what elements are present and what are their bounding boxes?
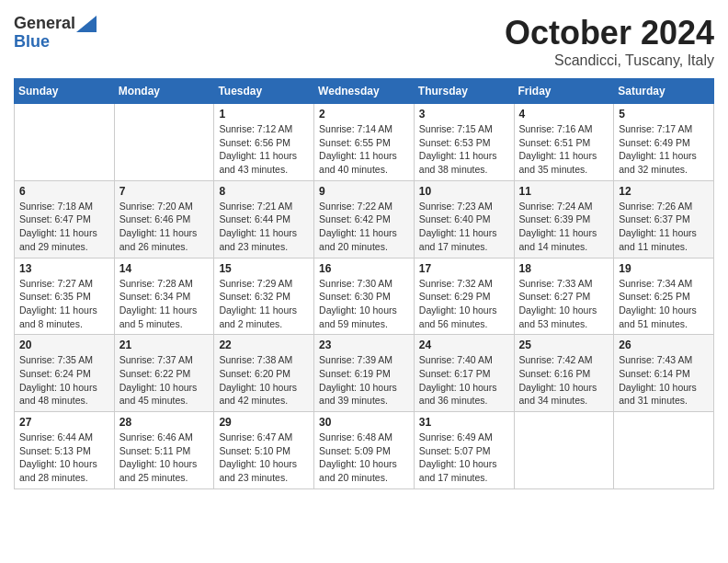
cell-info: Sunrise: 7:40 AMSunset: 6:17 PMDaylight:… <box>419 354 497 406</box>
day-number: 6 <box>19 185 109 198</box>
header: General Blue October 2024 Scandicci, Tus… <box>14 14 714 69</box>
day-number: 9 <box>319 185 409 198</box>
cell-info: Sunrise: 6:46 AMSunset: 5:11 PMDaylight:… <box>119 431 198 483</box>
day-number: 11 <box>519 185 609 198</box>
cell-info: Sunrise: 7:16 AMSunset: 6:51 PMDaylight:… <box>519 123 597 175</box>
calendar-cell: 18Sunrise: 7:33 AMSunset: 6:27 PMDayligh… <box>514 258 614 335</box>
cell-info: Sunrise: 7:12 AMSunset: 6:56 PMDaylight:… <box>219 123 297 175</box>
calendar-body: 1Sunrise: 7:12 AMSunset: 6:56 PMDaylight… <box>15 104 714 489</box>
day-number: 26 <box>619 339 709 351</box>
day-number: 3 <box>419 108 509 121</box>
cell-info: Sunrise: 7:28 AMSunset: 6:34 PMDaylight:… <box>119 278 198 329</box>
calendar-cell: 30Sunrise: 6:48 AMSunset: 5:09 PMDayligh… <box>314 412 415 489</box>
calendar-cell: 1Sunrise: 7:12 AMSunset: 6:56 PMDaylight… <box>214 104 314 181</box>
calendar-cell: 12Sunrise: 7:26 AMSunset: 6:37 PMDayligh… <box>614 180 714 258</box>
cell-info: Sunrise: 7:39 AMSunset: 6:19 PMDaylight:… <box>319 354 397 406</box>
calendar-week-row: 20Sunrise: 7:35 AMSunset: 6:24 PMDayligh… <box>15 335 714 412</box>
cell-info: Sunrise: 7:37 AMSunset: 6:22 PMDaylight:… <box>119 354 198 406</box>
calendar-cell: 15Sunrise: 7:29 AMSunset: 6:32 PMDayligh… <box>214 258 314 335</box>
cell-info: Sunrise: 6:47 AMSunset: 5:10 PMDaylight:… <box>219 431 297 483</box>
cell-info: Sunrise: 6:48 AMSunset: 5:09 PMDaylight:… <box>319 431 397 483</box>
weekday-header-cell: Friday <box>514 79 614 104</box>
day-number: 8 <box>219 185 309 198</box>
day-number: 27 <box>19 416 109 429</box>
day-number: 4 <box>519 108 609 121</box>
day-number: 16 <box>319 262 409 275</box>
day-number: 30 <box>319 416 409 429</box>
cell-info: Sunrise: 7:29 AMSunset: 6:32 PMDaylight:… <box>219 278 297 329</box>
calendar-cell: 20Sunrise: 7:35 AMSunset: 6:24 PMDayligh… <box>15 335 115 412</box>
day-number: 18 <box>519 262 609 275</box>
calendar-cell: 8Sunrise: 7:21 AMSunset: 6:44 PMDaylight… <box>214 180 314 258</box>
calendar-week-row: 13Sunrise: 7:27 AMSunset: 6:35 PMDayligh… <box>15 258 714 335</box>
calendar-cell <box>614 412 714 489</box>
calendar-header-row: SundayMondayTuesdayWednesdayThursdayFrid… <box>15 79 714 104</box>
day-number: 17 <box>419 262 509 275</box>
day-number: 14 <box>119 262 210 275</box>
calendar-cell <box>514 412 614 489</box>
calendar-cell: 21Sunrise: 7:37 AMSunset: 6:22 PMDayligh… <box>114 335 214 412</box>
calendar-cell: 2Sunrise: 7:14 AMSunset: 6:55 PMDaylight… <box>314 104 415 181</box>
calendar-week-row: 1Sunrise: 7:12 AMSunset: 6:56 PMDaylight… <box>15 104 714 181</box>
calendar-cell: 16Sunrise: 7:30 AMSunset: 6:30 PMDayligh… <box>314 258 415 335</box>
location: Scandicci, Tuscany, Italy <box>505 52 714 69</box>
calendar-cell: 9Sunrise: 7:22 AMSunset: 6:42 PMDaylight… <box>314 180 415 258</box>
day-number: 25 <box>519 339 609 351</box>
cell-info: Sunrise: 7:38 AMSunset: 6:20 PMDaylight:… <box>219 354 297 406</box>
day-number: 1 <box>219 108 309 121</box>
cell-info: Sunrise: 7:22 AMSunset: 6:42 PMDaylight:… <box>319 201 397 252</box>
day-number: 24 <box>419 339 509 351</box>
calendar-cell: 3Sunrise: 7:15 AMSunset: 6:53 PMDaylight… <box>414 104 514 181</box>
day-number: 10 <box>419 185 509 198</box>
cell-info: Sunrise: 6:44 AMSunset: 5:13 PMDaylight:… <box>19 431 97 483</box>
cell-info: Sunrise: 7:23 AMSunset: 6:40 PMDaylight:… <box>419 201 497 252</box>
cell-info: Sunrise: 7:21 AMSunset: 6:44 PMDaylight:… <box>219 201 297 252</box>
calendar-week-row: 6Sunrise: 7:18 AMSunset: 6:47 PMDaylight… <box>15 180 714 258</box>
calendar-cell: 22Sunrise: 7:38 AMSunset: 6:20 PMDayligh… <box>214 335 314 412</box>
day-number: 20 <box>19 339 109 351</box>
day-number: 2 <box>319 108 409 121</box>
logo-general: General <box>14 14 75 34</box>
calendar-cell: 26Sunrise: 7:43 AMSunset: 6:14 PMDayligh… <box>614 335 714 412</box>
calendar-cell: 5Sunrise: 7:17 AMSunset: 6:49 PMDaylight… <box>614 104 714 181</box>
day-number: 12 <box>619 185 709 198</box>
calendar-cell: 23Sunrise: 7:39 AMSunset: 6:19 PMDayligh… <box>314 335 415 412</box>
calendar-cell: 14Sunrise: 7:28 AMSunset: 6:34 PMDayligh… <box>114 258 214 335</box>
cell-info: Sunrise: 7:27 AMSunset: 6:35 PMDaylight:… <box>19 278 97 329</box>
day-number: 28 <box>119 416 210 429</box>
weekday-header-cell: Saturday <box>614 79 714 104</box>
cell-info: Sunrise: 7:33 AMSunset: 6:27 PMDaylight:… <box>519 278 597 329</box>
calendar-cell: 4Sunrise: 7:16 AMSunset: 6:51 PMDaylight… <box>514 104 614 181</box>
calendar-cell: 29Sunrise: 6:47 AMSunset: 5:10 PMDayligh… <box>214 412 314 489</box>
logo: General Blue <box>14 14 97 52</box>
calendar: SundayMondayTuesdayWednesdayThursdayFrid… <box>14 78 714 489</box>
cell-info: Sunrise: 7:30 AMSunset: 6:30 PMDaylight:… <box>319 278 397 329</box>
calendar-cell <box>114 104 214 181</box>
weekday-header-cell: Tuesday <box>214 79 314 104</box>
day-number: 21 <box>119 339 210 351</box>
logo-icon <box>76 16 97 32</box>
day-number: 23 <box>319 339 409 351</box>
cell-info: Sunrise: 7:35 AMSunset: 6:24 PMDaylight:… <box>19 354 97 406</box>
calendar-cell: 11Sunrise: 7:24 AMSunset: 6:39 PMDayligh… <box>514 180 614 258</box>
cell-info: Sunrise: 7:26 AMSunset: 6:37 PMDaylight:… <box>619 201 697 252</box>
day-number: 22 <box>219 339 309 351</box>
calendar-cell: 27Sunrise: 6:44 AMSunset: 5:13 PMDayligh… <box>15 412 115 489</box>
calendar-cell: 28Sunrise: 6:46 AMSunset: 5:11 PMDayligh… <box>114 412 214 489</box>
calendar-cell: 10Sunrise: 7:23 AMSunset: 6:40 PMDayligh… <box>414 180 514 258</box>
cell-info: Sunrise: 7:14 AMSunset: 6:55 PMDaylight:… <box>319 123 397 175</box>
weekday-header-cell: Monday <box>114 79 214 104</box>
calendar-cell: 25Sunrise: 7:42 AMSunset: 6:16 PMDayligh… <box>514 335 614 412</box>
cell-info: Sunrise: 7:24 AMSunset: 6:39 PMDaylight:… <box>519 201 597 252</box>
calendar-cell: 24Sunrise: 7:40 AMSunset: 6:17 PMDayligh… <box>414 335 514 412</box>
svg-marker-0 <box>76 16 97 32</box>
cell-info: Sunrise: 7:18 AMSunset: 6:47 PMDaylight:… <box>19 201 97 252</box>
calendar-cell: 13Sunrise: 7:27 AMSunset: 6:35 PMDayligh… <box>15 258 115 335</box>
day-number: 29 <box>219 416 309 429</box>
weekday-header-cell: Wednesday <box>314 79 415 104</box>
cell-info: Sunrise: 7:15 AMSunset: 6:53 PMDaylight:… <box>419 123 497 175</box>
day-number: 7 <box>119 185 210 198</box>
cell-info: Sunrise: 7:17 AMSunset: 6:49 PMDaylight:… <box>619 123 697 175</box>
calendar-cell: 7Sunrise: 7:20 AMSunset: 6:46 PMDaylight… <box>114 180 214 258</box>
cell-info: Sunrise: 7:43 AMSunset: 6:14 PMDaylight:… <box>619 354 697 406</box>
